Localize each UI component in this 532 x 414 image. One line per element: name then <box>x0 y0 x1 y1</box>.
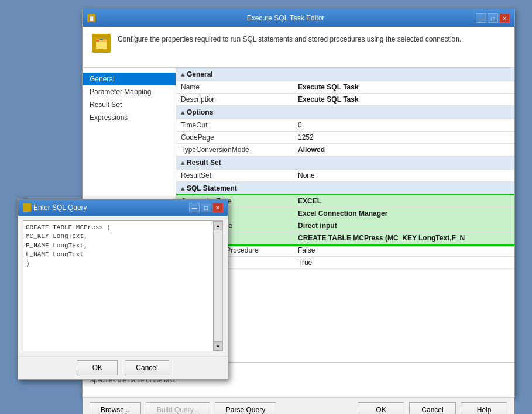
prop-label: CodePage <box>176 132 293 144</box>
prop-value: 1252 <box>293 132 514 144</box>
prop-label: Description <box>176 94 293 106</box>
query-dialog-controls: — □ ✕ <box>189 203 223 212</box>
query-dialog: Enter SQL Query — □ ✕ CREATE TABLE MCPre… <box>18 199 228 380</box>
nav-item-expressions[interactable]: Expressions <box>83 111 176 124</box>
prop-value: Allowed <box>293 144 514 156</box>
section-result-set: ▴Result Set <box>176 156 514 170</box>
section-arrow: ▴ <box>181 158 184 167</box>
section-arrow: ▴ <box>181 108 184 116</box>
header-bar: 🗂️ Configure the properties required to … <box>83 27 514 68</box>
restore-icon: □ <box>491 15 495 22</box>
minimize-icon: — <box>191 205 197 211</box>
close-icon: ✕ <box>502 15 507 22</box>
query-close-button[interactable]: ✕ <box>212 203 223 212</box>
prop-value: False <box>293 244 514 257</box>
prop-value: EXCEL <box>293 195 514 208</box>
table-row: Name Execute SQL Task <box>176 81 514 94</box>
prop-label: Name <box>176 81 293 94</box>
section-arrow: ▴ <box>181 184 184 192</box>
help-button[interactable]: Help <box>461 402 507 414</box>
restore-button[interactable]: □ <box>488 13 498 23</box>
scroll-down-button[interactable]: ▼ <box>214 341 223 351</box>
section-general-label: General <box>187 70 213 78</box>
prop-value: 0 <box>293 119 514 132</box>
query-restore-button[interactable]: □ <box>201 203 211 212</box>
prop-value: Excel Connection Manager <box>293 208 514 220</box>
section-options-label: Options <box>187 108 213 116</box>
restore-icon: □ <box>204 205 208 211</box>
minimize-icon: — <box>478 15 484 22</box>
query-ok-button[interactable]: OK <box>77 360 118 375</box>
query-dialog-title-bar: Enter SQL Query — □ ✕ <box>18 199 228 216</box>
prop-value: True <box>293 257 514 269</box>
close-icon: ✕ <box>215 205 220 211</box>
query-content: CREATE TABLE MCPress ( MC_KEY LongText, … <box>18 216 228 356</box>
window-icon: 📋 <box>87 14 95 22</box>
prop-label: ResultSet <box>176 170 293 182</box>
close-button[interactable]: ✕ <box>499 13 510 23</box>
prop-value: CREATE TABLE MCPress (MC_KEY LongText,F_… <box>293 232 514 244</box>
prop-label: TypeConversionMode <box>176 144 293 156</box>
nav-item-result-set[interactable]: Result Set <box>83 98 176 111</box>
build-query-button[interactable]: Build Query... <box>146 402 210 414</box>
footer-left-buttons: Browse... Build Query... Parse Query <box>90 402 276 414</box>
nav-item-parameter-mapping[interactable]: Parameter Mapping <box>83 85 176 98</box>
sql-query-input[interactable]: CREATE TABLE MCPress ( MC_KEY LongText, … <box>23 220 214 351</box>
prop-value: Execute SQL Task <box>293 94 514 106</box>
header-icon: 🗂️ <box>92 34 111 53</box>
prop-value: Direct input <box>293 220 514 232</box>
query-dialog-footer: OK Cancel <box>18 356 228 379</box>
cancel-button[interactable]: Cancel <box>409 402 456 414</box>
prop-value: None <box>293 170 514 182</box>
section-general: ▴General <box>176 68 514 81</box>
query-dialog-title: Enter SQL Query <box>33 203 87 212</box>
table-row: TimeOut 0 <box>176 119 514 132</box>
section-sql-statement: ▴SQL Statement <box>176 182 514 195</box>
scroll-up-button[interactable]: ▲ <box>214 221 223 230</box>
query-dialog-icon <box>23 203 31 212</box>
prop-value: Execute SQL Task <box>293 81 514 94</box>
header-description: Configure the properties required to run… <box>118 34 461 44</box>
prop-label: TimeOut <box>176 119 293 132</box>
window-title: Execute SQL Task Editor <box>95 14 476 22</box>
nav-item-general[interactable]: General <box>83 73 176 85</box>
browse-button[interactable]: Browse... <box>90 402 141 414</box>
section-sql-label: SQL Statement <box>187 184 237 192</box>
footer-buttons: Browse... Build Query... Parse Query OK … <box>83 397 514 414</box>
query-title-left: Enter SQL Query <box>23 203 87 212</box>
table-row: CodePage 1252 <box>176 132 514 144</box>
parse-query-button[interactable]: Parse Query <box>215 402 276 414</box>
table-row: Description Execute SQL Task <box>176 94 514 106</box>
title-bar: 📋 Execute SQL Task Editor — □ ✕ <box>83 9 514 27</box>
scrollbar-track <box>214 230 222 341</box>
section-options: ▴Options <box>176 106 514 119</box>
query-cancel-button[interactable]: Cancel <box>125 360 169 375</box>
section-result-set-label: Result Set <box>187 158 221 167</box>
section-arrow: ▴ <box>181 70 184 78</box>
minimize-button[interactable]: — <box>476 13 486 23</box>
query-scrollbar: ▲ ▼ <box>214 220 223 351</box>
table-row: ResultSet None <box>176 170 514 182</box>
query-minimize-button[interactable]: — <box>189 203 200 212</box>
footer-right-buttons: OK Cancel Help <box>358 402 507 414</box>
table-row: TypeConversionMode Allowed <box>176 144 514 156</box>
title-bar-controls: — □ ✕ <box>476 13 510 23</box>
ok-button[interactable]: OK <box>358 402 404 414</box>
